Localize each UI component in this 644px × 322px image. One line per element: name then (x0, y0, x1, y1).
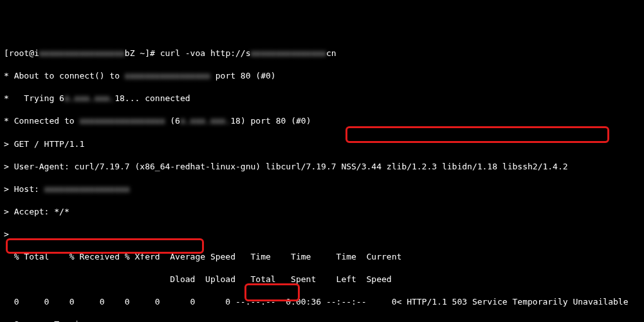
redacted-ip: x.xxx.xxx. (180, 115, 230, 127)
term-line: > Host: xxxxxxxxxxxxxxxxx (4, 184, 640, 195)
term-line: * Trying 6x.xxx.xxx.18... connected (4, 93, 640, 104)
term-line: * Connected to xxxxxxxxxxxxxxxxx (6x.xxx… (4, 115, 640, 127)
term-line: * About to connect() to xxxxxxxxxxxxxxxx… (4, 70, 640, 82)
term-line-header: % Total % Received % Xferd Average Speed… (4, 251, 640, 263)
redacted-host: xxxxxxxxxxxxxxxxx (44, 184, 130, 195)
redacted-host: xxxxxxxxxxxxxxxxx (39, 48, 125, 59)
term-line: > Accept: */* (4, 206, 640, 218)
term-line: > (4, 229, 640, 240)
redacted-host: xxxxxxxxxxxxxxxxx (125, 70, 210, 82)
redacted-ip: x.xxx.xxx. (64, 93, 115, 104)
term-line-prompt: [root@ixxxxxxxxxxxxxxxxxbZ ~]# curl -voa… (4, 48, 640, 59)
redacted-url: xxxxxxxxxxxxxxx (251, 48, 326, 59)
term-line-header: Dload Upload Total Spent Left Speed (4, 274, 640, 285)
term-line: < Server: Tengine (4, 319, 640, 322)
redacted-host: xxxxxxxxxxxxxxxxx (79, 115, 165, 127)
term-line-status: 0 0 0 0 0 0 0 0 --:--:-- 0:00:36 --:--:-… (4, 296, 640, 308)
term-line: > User-Agent: curl/7.19.7 (x86_64-redhat… (4, 161, 640, 173)
term-line: > GET / HTTP/1.1 (4, 138, 640, 150)
